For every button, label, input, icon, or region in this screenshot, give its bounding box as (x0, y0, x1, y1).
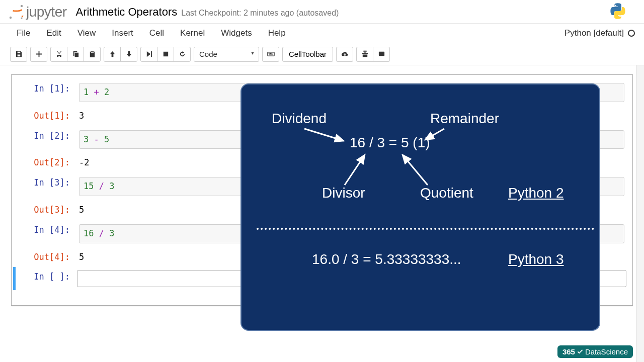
notebook-title[interactable]: Arithmetic Operators (76, 6, 178, 19)
svg-rect-8 (270, 53, 271, 54)
command-palette-button[interactable] (262, 47, 279, 62)
menu-edit[interactable]: Edit (41, 24, 66, 42)
present-button[interactable] (356, 47, 373, 62)
copy-button[interactable] (67, 47, 84, 62)
ov-py3: Python 3 (508, 251, 564, 267)
menu-cell[interactable]: Cell (144, 24, 170, 42)
ov-divisor: Divisor (322, 185, 365, 201)
out-prompt: Out[1]: (16, 108, 75, 124)
menu-insert[interactable]: Insert (106, 24, 139, 42)
in-prompt: In [3]: (16, 175, 75, 198)
add-cell-button[interactable] (30, 47, 47, 62)
out-prompt: Out[3]: (16, 202, 75, 218)
keyboard-icon (267, 50, 275, 58)
jupyter-logo-text: jupyter (26, 4, 67, 20)
active-prompt: In [ ]: (16, 269, 75, 288)
svg-rect-9 (271, 53, 272, 54)
move-up-button[interactable] (104, 47, 121, 62)
ov-py2: Python 2 (508, 185, 564, 201)
jupyter-logo-icon (8, 4, 24, 20)
save-button[interactable] (10, 47, 27, 62)
title-container: Arithmetic Operators Last Checkpoint: 2 … (76, 6, 609, 19)
watermark-brand: 365 (562, 347, 575, 356)
ov-expr1: 16 / 3 = 5 (1) (350, 135, 430, 151)
out-prompt: Out[4]: (16, 249, 75, 265)
svg-rect-5 (163, 52, 168, 56)
header-bar: jupyter Arithmetic Operators Last Checkp… (0, 0, 644, 23)
ov-dividend: Dividend (272, 111, 327, 127)
menu-help[interactable]: Help (263, 24, 291, 42)
check-icon (577, 348, 584, 355)
svg-rect-10 (269, 54, 273, 55)
svg-rect-11 (378, 52, 384, 56)
cut-button[interactable] (50, 47, 67, 62)
cloud-button[interactable] (336, 47, 353, 62)
svg-line-14 (345, 155, 365, 185)
gift-icon (361, 50, 369, 58)
menu-view[interactable]: View (72, 24, 102, 42)
restart-button[interactable] (174, 47, 191, 62)
svg-point-3 (10, 17, 12, 19)
scissors-icon (55, 50, 63, 58)
clipboard-icon (89, 50, 96, 58)
menu-widgets[interactable]: Widgets (215, 24, 257, 42)
save-icon (15, 50, 23, 58)
cloud-upload-icon (341, 50, 349, 58)
in-prompt: In [2]: (16, 128, 75, 151)
ov-remainder: Remainder (430, 111, 499, 127)
move-down-button[interactable] (120, 47, 137, 62)
svg-line-15 (403, 155, 428, 185)
copy-icon (72, 50, 79, 58)
stop-icon (162, 50, 170, 58)
kernel-name: Python [default] (565, 28, 624, 38)
refresh-icon (179, 50, 186, 58)
paste-button[interactable] (84, 47, 101, 62)
menu-kernel[interactable]: Kernel (175, 24, 210, 42)
vertical-scrollbar[interactable] (636, 65, 644, 362)
menubar: File Edit View Insert Cell Kernel Widget… (0, 23, 644, 43)
overlay-arrows (242, 84, 601, 235)
watermark-badge: 365 DataScience (557, 345, 633, 358)
cell-type-select[interactable]: Code (194, 47, 259, 62)
ov-expr2: 16.0 / 3 = 5.33333333... (312, 251, 461, 267)
arrow-up-icon (109, 50, 116, 58)
menu-file[interactable]: File (11, 24, 36, 42)
slideshow-button[interactable] (373, 47, 390, 62)
python-logo-icon (609, 2, 627, 22)
kernel-status-circle-icon (628, 30, 635, 37)
out-prompt: Out[2]: (16, 155, 75, 171)
bar-chart-icon (378, 50, 385, 58)
svg-point-4 (21, 17, 22, 19)
kernel-indicator: Python [default] (565, 28, 635, 38)
ov-separator (257, 228, 594, 230)
cell-toolbar-button[interactable]: CellToolbar (282, 47, 333, 62)
svg-rect-6 (267, 52, 274, 56)
ov-quotient: Quotient (420, 185, 473, 201)
step-forward-icon (145, 50, 153, 58)
watermark-tagline: DataScience (585, 347, 628, 356)
in-prompt: In [4]: (16, 222, 75, 245)
svg-rect-7 (268, 53, 269, 54)
svg-point-2 (21, 5, 23, 7)
checkpoint-label: Last Checkpoint: 2 minutes ago (autosave… (181, 9, 339, 18)
toolbar: Code CellToolbar (0, 43, 644, 65)
explainer-overlay: Dividend Remainder 16 / 3 = 5 (1) Diviso… (240, 83, 600, 331)
svg-point-0 (10, 6, 23, 11)
interrupt-button[interactable] (157, 47, 174, 62)
arrow-down-icon (125, 50, 133, 58)
run-button[interactable] (140, 47, 157, 62)
in-prompt: In [1]: (16, 81, 75, 104)
plus-icon (35, 50, 43, 58)
svg-line-12 (304, 129, 344, 141)
